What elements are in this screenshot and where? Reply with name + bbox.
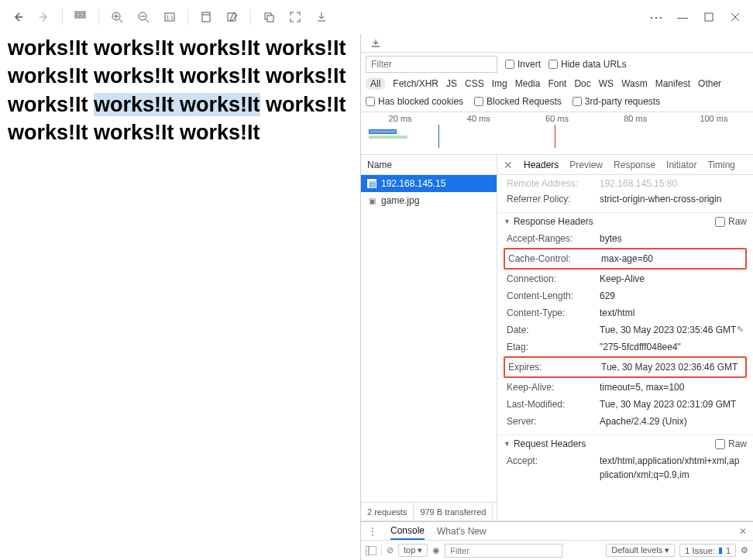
- header-row: Content-Length:629: [497, 287, 753, 304]
- tab-response[interactable]: Response: [614, 160, 655, 170]
- close-details-icon[interactable]: ✕: [504, 159, 513, 171]
- drawer-tabs: ⋮ Console What's New ✕: [361, 522, 753, 541]
- blocked-cookies-checkbox[interactable]: Has blocked cookies: [366, 96, 463, 107]
- request-summary: 2 requests 979 B transferred: [361, 502, 497, 520]
- request-name: 192.168.145.15: [381, 178, 445, 189]
- header-row: Date:Tue, 30 May 2023 02:35:46 GMT✎: [497, 321, 753, 338]
- pencil-icon[interactable]: ✎: [737, 323, 744, 337]
- timeline-tick: 20 ms: [361, 114, 439, 123]
- timeline-bar: [369, 129, 397, 134]
- fullscreen-icon[interactable]: [284, 5, 307, 29]
- timeline-tick: 80 ms: [597, 114, 675, 123]
- transferred-size: 979 B transferred: [414, 503, 493, 520]
- close-drawer-icon[interactable]: ✕: [739, 526, 747, 537]
- more-icon[interactable]: ⋯: [645, 5, 668, 29]
- raw-checkbox[interactable]: Raw: [715, 438, 747, 449]
- close-button[interactable]: [724, 5, 747, 29]
- console-filter-input[interactable]: [445, 544, 562, 558]
- third-party-checkbox[interactable]: 3rd-party requests: [572, 96, 660, 107]
- request-headers-section[interactable]: ▼ Request Headers Raw: [497, 435, 753, 452]
- invert-checkbox[interactable]: Invert: [505, 59, 541, 70]
- svg-rect-3: [75, 15, 77, 18]
- header-row: Keep-Alive:timeout=5, max=100: [497, 379, 753, 396]
- tab-initiator[interactable]: Initiator: [666, 160, 696, 170]
- maximize-button[interactable]: [697, 5, 720, 29]
- timeline-tick: 100 ms: [675, 114, 753, 123]
- timeline-tick: 40 ms: [439, 114, 517, 123]
- header-row-remote-address: Remote Address: 192.168.145.15:80: [497, 178, 753, 191]
- tab-console[interactable]: Console: [390, 522, 425, 540]
- apps-icon[interactable]: [69, 5, 92, 29]
- svg-rect-13: [267, 15, 273, 22]
- request-name: game.jpg: [381, 195, 419, 206]
- svg-rect-10: [202, 12, 210, 22]
- page-layout-icon[interactable]: [194, 5, 218, 29]
- zoom-out-icon[interactable]: [132, 5, 155, 29]
- forward-button[interactable]: [33, 5, 56, 29]
- raw-checkbox[interactable]: Raw: [715, 216, 747, 227]
- log-levels-selector[interactable]: Default levels ▾: [606, 544, 675, 557]
- type-chip-img[interactable]: Img: [492, 78, 507, 89]
- page-content[interactable]: works!It works!It works!It works!It work…: [0, 34, 360, 560]
- timeline-marker-domcontent: [438, 125, 439, 148]
- blocked-requests-checkbox[interactable]: Blocked Requests: [474, 96, 562, 107]
- type-chip-fetch[interactable]: Fetch/XHR: [393, 78, 438, 89]
- request-count: 2 requests: [361, 503, 414, 520]
- svg-rect-2: [83, 12, 85, 14]
- type-chip-js[interactable]: JS: [446, 78, 457, 89]
- hide-data-urls-checkbox[interactable]: Hide data URLs: [548, 59, 627, 70]
- section-title: Response Headers: [514, 216, 593, 227]
- tab-preview[interactable]: Preview: [569, 160, 603, 170]
- copy-icon[interactable]: [257, 5, 280, 29]
- console-sidebar-icon[interactable]: [366, 546, 376, 555]
- network-filter-input[interactable]: [366, 56, 497, 73]
- request-list-header[interactable]: Name: [361, 155, 497, 175]
- live-expression-icon[interactable]: ◉: [432, 545, 440, 555]
- clear-console-icon[interactable]: ⊘: [387, 545, 394, 555]
- timeline-tick: 60 ms: [517, 114, 596, 123]
- request-row[interactable]: ▣ game.jpg: [361, 192, 497, 209]
- type-chip-doc[interactable]: Doc: [574, 78, 590, 89]
- back-button[interactable]: [6, 5, 29, 29]
- timeline-bar: [369, 136, 407, 139]
- gear-icon[interactable]: ⚙: [741, 545, 748, 555]
- drawer-menu-icon[interactable]: ⋮: [367, 525, 378, 538]
- svg-text:1:1: 1:1: [166, 15, 174, 20]
- headers-scroll[interactable]: Remote Address: 192.168.145.15:80 Referr…: [497, 175, 753, 520]
- type-chip-other[interactable]: Other: [698, 78, 721, 89]
- issues-button[interactable]: 1 Issue: ▮ 1: [679, 544, 736, 557]
- browser-toolbar: 1:1 ⋯ —: [0, 0, 753, 34]
- svg-rect-5: [83, 15, 85, 18]
- tab-whats-new[interactable]: What's New: [437, 526, 487, 537]
- fit-width-icon[interactable]: 1:1: [158, 5, 181, 29]
- type-chip-css[interactable]: CSS: [465, 78, 484, 89]
- zoom-in-icon[interactable]: [105, 5, 129, 29]
- type-chip-ws[interactable]: WS: [599, 78, 614, 89]
- export-har-icon[interactable]: [370, 38, 381, 49]
- type-chip-font[interactable]: Font: [548, 78, 566, 89]
- timeline-marker-load: [555, 125, 555, 148]
- highlighted-header-expires: Expires:Tue, 30 May 2023 02:36:46 GMT: [504, 356, 747, 378]
- network-extra-filters: Has blocked cookies Blocked Requests 3rd…: [361, 94, 753, 112]
- download-icon[interactable]: [310, 5, 333, 29]
- type-chip-wasm[interactable]: Wasm: [621, 78, 648, 89]
- annotate-icon[interactable]: [221, 5, 244, 29]
- type-chip-all[interactable]: All: [366, 77, 385, 90]
- minimize-button[interactable]: —: [671, 5, 694, 29]
- svg-rect-14: [705, 13, 713, 21]
- network-timeline[interactable]: 20 ms 40 ms 60 ms 80 ms 100 ms: [361, 112, 753, 155]
- type-chip-media[interactable]: Media: [515, 78, 541, 89]
- console-toolbar: ⊘ top ▾ ◉ Default levels ▾ 1 Issue: ▮ 1 …: [361, 541, 753, 560]
- type-chip-manifest[interactable]: Manifest: [655, 78, 690, 89]
- headers-tabs: ✕ Headers Preview Response Initiator Tim…: [497, 155, 753, 175]
- request-row[interactable]: ▤ 192.168.145.15: [361, 175, 497, 192]
- tab-timing[interactable]: Timing: [707, 160, 735, 170]
- context-selector[interactable]: top ▾: [398, 544, 428, 557]
- svg-rect-1: [79, 12, 81, 14]
- section-title: Request Headers: [514, 438, 586, 449]
- header-row: Etag:"275-5fcdfff048ee4": [497, 338, 753, 356]
- header-row: Content-Type:text/html: [497, 304, 753, 321]
- tab-headers[interactable]: Headers: [524, 160, 559, 170]
- page-text-selection: works!It works!It: [94, 93, 260, 116]
- response-headers-section[interactable]: ▼ Response Headers Raw: [497, 212, 753, 230]
